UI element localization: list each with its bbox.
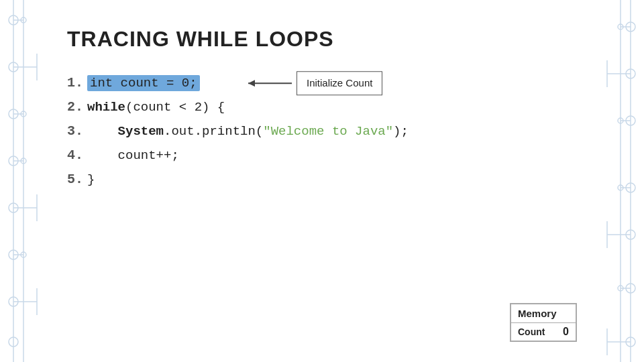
svg-point-30 — [618, 118, 623, 123]
highlight-int-count: int count = 0; — [87, 75, 200, 91]
svg-point-32 — [618, 185, 623, 190]
svg-point-29 — [626, 116, 635, 125]
svg-point-28 — [626, 69, 635, 78]
svg-point-34 — [626, 284, 635, 293]
initialize-count-label: Initialize Count — [307, 77, 372, 88]
line-number-1: 1. — [67, 72, 87, 95]
svg-point-2 — [9, 15, 18, 25]
svg-point-6 — [21, 111, 26, 117]
svg-point-3 — [21, 17, 26, 23]
svg-point-5 — [9, 109, 18, 119]
initialize-count-box: Initialize Count — [297, 71, 382, 95]
code-block: 1. int count = 0; Initialize Count 2. wh… — [67, 72, 577, 191]
code-line-2-text: while(count < 2) { — [87, 97, 225, 118]
code-line-5: 5. } — [67, 168, 577, 191]
code-line-5-text: } — [87, 169, 95, 190]
memory-count-label: Count — [518, 326, 545, 337]
circuit-right-decoration — [597, 0, 644, 362]
svg-point-27 — [618, 24, 623, 29]
svg-point-11 — [21, 252, 26, 257]
initialize-count-annotation: Initialize Count — [248, 71, 382, 95]
line-number-5: 5. — [67, 168, 87, 191]
memory-box: Memory Count 0 — [510, 303, 577, 343]
code-line-1-text: int count = 0; — [87, 72, 200, 94]
annotation-arrow — [248, 78, 295, 88]
string-literal: "Welcome to Java" — [263, 124, 393, 139]
svg-point-4 — [9, 62, 18, 72]
code-line-4-text: count++; — [87, 145, 179, 166]
code-line-1: 1. int count = 0; Initialize Count — [67, 72, 577, 95]
svg-point-12 — [9, 297, 18, 306]
svg-point-36 — [626, 337, 635, 347]
main-content: TRACING WHILE LOOPS 1. int count = 0; In… — [47, 0, 597, 362]
svg-point-35 — [618, 286, 623, 291]
line-number-2: 2. — [67, 96, 87, 119]
memory-count-row: Count 0 — [511, 322, 576, 341]
svg-point-10 — [9, 250, 18, 259]
memory-box-title: Memory — [511, 304, 576, 323]
kw-system: System — [118, 124, 164, 139]
code-line-2: 2. while(count < 2) { — [67, 96, 577, 119]
circuit-left-decoration — [0, 0, 47, 362]
svg-point-26 — [626, 22, 635, 32]
svg-point-13 — [9, 337, 18, 347]
page-title: TRACING WHILE LOOPS — [67, 27, 577, 52]
svg-point-7 — [9, 156, 18, 166]
svg-point-8 — [21, 158, 26, 164]
svg-point-33 — [626, 230, 635, 239]
code-line-3-text: System.out.println("Welcome to Java"); — [87, 121, 409, 142]
svg-point-9 — [9, 203, 18, 213]
code-line-3: 3. System.out.println("Welcome to Java")… — [67, 120, 577, 143]
kw-while: while — [87, 100, 125, 115]
line-number-3: 3. — [67, 120, 87, 143]
memory-count-value: 0 — [563, 326, 569, 338]
code-line-4: 4. count++; — [67, 144, 577, 167]
svg-marker-48 — [248, 80, 255, 86]
line-number-4: 4. — [67, 144, 87, 167]
svg-point-31 — [626, 183, 635, 192]
